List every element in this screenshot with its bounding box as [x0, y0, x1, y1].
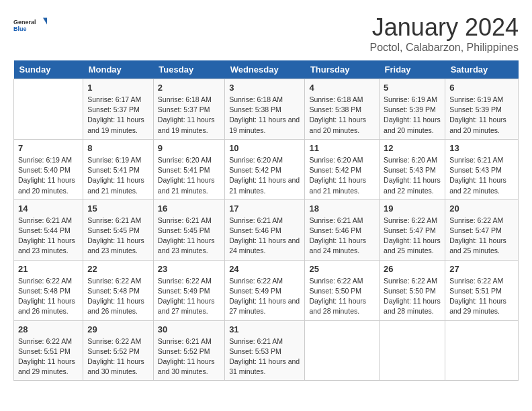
day-info: Sunrise: 6:18 AM Sunset: 5:38 PM Dayligh… [309, 95, 366, 134]
page-subtitle: Poctol, Calabarzon, Philippines [370, 42, 519, 54]
day-cell [380, 320, 445, 381]
day-info: Sunrise: 6:22 AM Sunset: 5:48 PM Dayligh… [18, 277, 75, 316]
day-info: Sunrise: 6:19 AM Sunset: 5:39 PM Dayligh… [384, 95, 441, 134]
day-cell: 9 Sunrise: 6:20 AM Sunset: 5:41 PM Dayli… [153, 139, 224, 199]
day-number: 22 [87, 264, 149, 274]
day-number: 28 [18, 324, 79, 334]
day-cell: 2 Sunrise: 6:18 AM Sunset: 5:37 PM Dayli… [153, 79, 224, 140]
day-cell: 14 Sunrise: 6:21 AM Sunset: 5:44 PM Dayl… [14, 199, 83, 260]
day-cell: 7 Sunrise: 6:19 AM Sunset: 5:40 PM Dayli… [14, 139, 83, 199]
day-info: Sunrise: 6:18 AM Sunset: 5:37 PM Dayligh… [158, 95, 215, 134]
day-number: 5 [384, 83, 441, 93]
day-cell: 23 Sunrise: 6:22 AM Sunset: 5:49 PM Dayl… [153, 260, 224, 320]
day-number: 20 [449, 203, 514, 214]
day-cell: 17 Sunrise: 6:21 AM Sunset: 5:46 PM Dayl… [225, 199, 305, 260]
day-number: 17 [229, 203, 300, 214]
day-info: Sunrise: 6:21 AM Sunset: 5:53 PM Dayligh… [229, 337, 300, 376]
day-info: Sunrise: 6:20 AM Sunset: 5:42 PM Dayligh… [229, 156, 300, 195]
header-saturday: Saturday [445, 60, 519, 79]
day-number: 9 [158, 143, 220, 153]
day-number: 29 [87, 324, 149, 334]
day-number: 18 [309, 203, 375, 214]
day-info: Sunrise: 6:22 AM Sunset: 5:50 PM Dayligh… [384, 277, 441, 316]
day-number: 7 [18, 143, 79, 153]
day-number: 1 [87, 83, 149, 93]
day-number: 26 [384, 264, 441, 274]
title-block: January 2024 Poctol, Calabarzon, Philipp… [370, 13, 519, 54]
week-row-5: 28 Sunrise: 6:22 AM Sunset: 5:51 PM Dayl… [14, 320, 519, 381]
day-number: 19 [384, 203, 441, 214]
day-info: Sunrise: 6:21 AM Sunset: 5:44 PM Dayligh… [18, 216, 75, 255]
day-number: 4 [309, 83, 375, 93]
day-cell: 1 Sunrise: 6:17 AM Sunset: 5:37 PM Dayli… [83, 79, 154, 140]
day-number: 16 [158, 203, 220, 214]
day-cell: 15 Sunrise: 6:21 AM Sunset: 5:45 PM Dayl… [83, 199, 154, 260]
svg-text:General: General [13, 19, 36, 26]
svg-text:Blue: Blue [13, 26, 27, 32]
header-friday: Friday [380, 60, 445, 79]
day-cell: 13 Sunrise: 6:21 AM Sunset: 5:43 PM Dayl… [445, 139, 519, 199]
day-info: Sunrise: 6:21 AM Sunset: 5:43 PM Dayligh… [449, 156, 506, 195]
header-thursday: Thursday [305, 60, 380, 79]
day-cell: 22 Sunrise: 6:22 AM Sunset: 5:48 PM Dayl… [83, 260, 154, 320]
day-info: Sunrise: 6:22 AM Sunset: 5:48 PM Dayligh… [87, 277, 144, 316]
day-info: Sunrise: 6:21 AM Sunset: 5:45 PM Dayligh… [87, 216, 144, 255]
day-info: Sunrise: 6:22 AM Sunset: 5:49 PM Dayligh… [158, 277, 215, 316]
day-cell [445, 320, 519, 381]
day-cell: 8 Sunrise: 6:19 AM Sunset: 5:41 PM Dayli… [83, 139, 154, 199]
day-cell: 10 Sunrise: 6:20 AM Sunset: 5:42 PM Dayl… [225, 139, 305, 199]
day-cell: 4 Sunrise: 6:18 AM Sunset: 5:38 PM Dayli… [305, 79, 380, 140]
header-monday: Monday [83, 60, 154, 79]
day-cell: 19 Sunrise: 6:22 AM Sunset: 5:47 PM Dayl… [380, 199, 445, 260]
day-info: Sunrise: 6:22 AM Sunset: 5:51 PM Dayligh… [449, 277, 506, 316]
logo: General Blue [13, 13, 47, 38]
day-info: Sunrise: 6:21 AM Sunset: 5:45 PM Dayligh… [158, 216, 215, 255]
day-cell: 27 Sunrise: 6:22 AM Sunset: 5:51 PM Dayl… [445, 260, 519, 320]
day-info: Sunrise: 6:17 AM Sunset: 5:37 PM Dayligh… [87, 95, 144, 134]
day-cell: 26 Sunrise: 6:22 AM Sunset: 5:50 PM Dayl… [380, 260, 445, 320]
day-number: 13 [449, 143, 514, 153]
day-number: 11 [309, 143, 375, 153]
day-info: Sunrise: 6:22 AM Sunset: 5:52 PM Dayligh… [87, 337, 144, 376]
day-cell: 30 Sunrise: 6:21 AM Sunset: 5:52 PM Dayl… [153, 320, 224, 381]
day-number: 3 [229, 83, 300, 93]
day-cell: 18 Sunrise: 6:21 AM Sunset: 5:46 PM Dayl… [305, 199, 380, 260]
day-cell [305, 320, 380, 381]
day-number: 31 [229, 324, 300, 334]
day-number: 21 [18, 264, 79, 274]
day-cell: 11 Sunrise: 6:20 AM Sunset: 5:42 PM Dayl… [305, 139, 380, 199]
page-header: General Blue January 2024 Poctol, Calaba… [13, 13, 519, 54]
day-cell [14, 79, 83, 140]
day-number: 30 [158, 324, 220, 334]
day-info: Sunrise: 6:19 AM Sunset: 5:41 PM Dayligh… [87, 156, 144, 195]
day-number: 27 [449, 264, 514, 274]
day-info: Sunrise: 6:21 AM Sunset: 5:46 PM Dayligh… [309, 216, 366, 255]
day-info: Sunrise: 6:22 AM Sunset: 5:49 PM Dayligh… [229, 277, 300, 316]
day-info: Sunrise: 6:22 AM Sunset: 5:51 PM Dayligh… [18, 337, 75, 376]
day-cell: 5 Sunrise: 6:19 AM Sunset: 5:39 PM Dayli… [380, 79, 445, 140]
day-info: Sunrise: 6:20 AM Sunset: 5:43 PM Dayligh… [384, 156, 441, 195]
day-number: 15 [87, 203, 149, 214]
day-number: 8 [87, 143, 149, 153]
day-info: Sunrise: 6:20 AM Sunset: 5:41 PM Dayligh… [158, 156, 215, 195]
day-number: 10 [229, 143, 300, 153]
header-wednesday: Wednesday [225, 60, 305, 79]
day-cell: 12 Sunrise: 6:20 AM Sunset: 5:43 PM Dayl… [380, 139, 445, 199]
week-row-4: 21 Sunrise: 6:22 AM Sunset: 5:48 PM Dayl… [14, 260, 519, 320]
header-tuesday: Tuesday [153, 60, 224, 79]
day-cell: 21 Sunrise: 6:22 AM Sunset: 5:48 PM Dayl… [14, 260, 83, 320]
day-cell: 16 Sunrise: 6:21 AM Sunset: 5:45 PM Dayl… [153, 199, 224, 260]
day-number: 2 [158, 83, 220, 93]
day-number: 24 [229, 264, 300, 274]
day-info: Sunrise: 6:22 AM Sunset: 5:50 PM Dayligh… [309, 277, 366, 316]
day-cell: 28 Sunrise: 6:22 AM Sunset: 5:51 PM Dayl… [14, 320, 83, 381]
calendar-table: SundayMondayTuesdayWednesdayThursdayFrid… [13, 60, 519, 381]
week-row-1: 1 Sunrise: 6:17 AM Sunset: 5:37 PM Dayli… [14, 79, 519, 140]
day-info: Sunrise: 6:21 AM Sunset: 5:52 PM Dayligh… [158, 337, 215, 376]
day-number: 6 [449, 83, 514, 93]
day-info: Sunrise: 6:22 AM Sunset: 5:47 PM Dayligh… [449, 216, 506, 255]
day-cell: 3 Sunrise: 6:18 AM Sunset: 5:38 PM Dayli… [225, 79, 305, 140]
day-info: Sunrise: 6:22 AM Sunset: 5:47 PM Dayligh… [384, 216, 441, 255]
page-title: January 2024 [370, 13, 519, 42]
day-info: Sunrise: 6:21 AM Sunset: 5:46 PM Dayligh… [229, 216, 300, 255]
